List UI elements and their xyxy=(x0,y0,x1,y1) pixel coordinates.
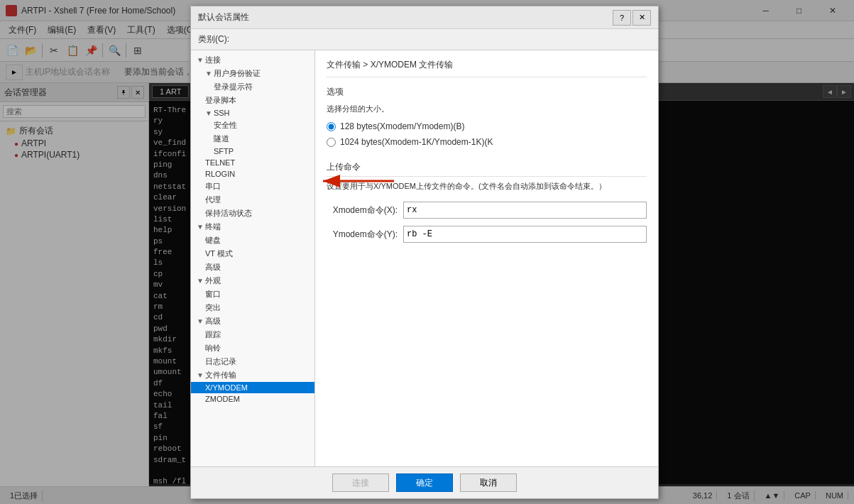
dialog-options-title: 选项 xyxy=(327,86,647,98)
dialog-title: 默认会话属性 xyxy=(198,11,613,23)
ymodem-field-row: Ymodem命令(Y): xyxy=(327,226,647,243)
expand-icon-advanced: ▼ xyxy=(197,317,204,325)
expand-icon-appearance: ▼ xyxy=(197,277,204,285)
expand-icon-terminal: ▼ xyxy=(197,223,204,231)
dialog-body: ▼ 连接 ▼ 用户身份验证 登录提示符 登录脚本 ▼ SSH 安全性 xyxy=(191,50,658,466)
radio-128-input[interactable] xyxy=(327,122,336,131)
dtree-item-tunnel[interactable]: 隧道 xyxy=(191,132,314,146)
expand-icon-filetransfer: ▼ xyxy=(197,371,204,379)
confirm-button[interactable]: 确定 xyxy=(396,473,453,492)
radio-128-label[interactable]: 128 bytes(Xmodem/Ymodem)(B) xyxy=(327,121,647,131)
dialog-default-session: 默认会话属性 ? ✕ 类别(C): ▼ 连接 ▼ 用户身份验证 登录提示符 xyxy=(190,6,659,499)
expand-icon-connection: ▼ xyxy=(197,56,204,64)
expand-icon-ssh: ▼ xyxy=(205,109,212,117)
connect-button[interactable]: 连接 xyxy=(332,473,389,492)
ymodem-label: Ymodem命令(Y): xyxy=(327,229,398,241)
dtree-item-trace[interactable]: 跟踪 xyxy=(191,328,314,341)
dialog-content-area: 文件传输 > X/YMODEM 文件传输 选项 选择分组的大小。 128 byt… xyxy=(315,50,658,466)
dialog-help-button[interactable]: ? xyxy=(613,10,631,26)
dtree-item-window[interactable]: 窗口 xyxy=(191,287,314,301)
radio-group-size: 128 bytes(Xmodem/Ymodem)(B) 1024 bytes(X… xyxy=(327,121,647,147)
dtree-item-auth[interactable]: ▼ 用户身份验证 xyxy=(191,67,314,80)
dtree-item-logging[interactable]: 日志记录 xyxy=(191,355,314,368)
dtree-item-advanced[interactable]: ▼ 高级 xyxy=(191,314,314,328)
dialog-breadcrumb: 文件传输 > X/YMODEM 文件传输 xyxy=(327,59,647,77)
dialog-title-buttons: ? ✕ xyxy=(613,10,651,26)
dtree-item-keyboard[interactable]: 键盘 xyxy=(191,234,314,247)
dtree-item-appearance[interactable]: ▼ 外观 xyxy=(191,274,314,287)
dialog-footer: 连接 确定 取消 xyxy=(191,466,658,498)
dtree-item-login-prompt[interactable]: 登录提示符 xyxy=(191,80,314,94)
expand-icon-auth: ▼ xyxy=(205,70,212,77)
xmodem-label: Xmodem命令(X): xyxy=(327,204,398,217)
dtree-item-connection[interactable]: ▼ 连接 xyxy=(191,53,314,67)
upload-desc: 设置要用于与X/YMODEM上传文件的命令。(文件名会自动添加到该命令结束。） xyxy=(327,181,647,192)
dtree-item-filetransfer[interactable]: ▼ 文件传输 xyxy=(191,368,314,382)
xmodem-field-row: Xmodem命令(X): xyxy=(327,202,647,219)
dialog-size-label: 选择分组的大小。 xyxy=(327,104,647,114)
dtree-item-keepalive[interactable]: 保持活动状态 xyxy=(191,207,314,220)
dtree-item-zmodem[interactable]: ZMODEM xyxy=(191,393,314,405)
dtree-item-proxy[interactable]: 代理 xyxy=(191,193,314,207)
radio-1024-label[interactable]: 1024 bytes(Xmodem-1K/Ymodem-1K)(K xyxy=(327,137,647,147)
radio-1024-text: 1024 bytes(Xmodem-1K/Ymodem-1K)(K xyxy=(340,137,493,147)
dtree-item-sftp[interactable]: SFTP xyxy=(191,146,314,157)
dialog-titlebar: 默认会话属性 ? ✕ xyxy=(191,6,658,29)
dtree-item-ssh[interactable]: ▼ SSH xyxy=(191,107,314,119)
dialog-close-button[interactable]: ✕ xyxy=(633,10,651,26)
dtree-item-advanced-terminal[interactable]: 高级 xyxy=(191,261,314,274)
xmodem-input[interactable] xyxy=(403,202,647,219)
dtree-item-security[interactable]: 安全性 xyxy=(191,119,314,132)
dtree-item-telnet[interactable]: TELNET xyxy=(191,157,314,168)
cancel-button[interactable]: 取消 xyxy=(460,473,517,492)
dialog-tree: ▼ 连接 ▼ 用户身份验证 登录提示符 登录脚本 ▼ SSH 安全性 xyxy=(191,50,315,466)
dtree-item-terminal[interactable]: ▼ 终端 xyxy=(191,220,314,234)
dtree-item-bell[interactable]: 响铃 xyxy=(191,341,314,355)
dialog-category-label: 类别(C): xyxy=(191,29,658,50)
dtree-item-serial[interactable]: 串口 xyxy=(191,180,314,193)
dtree-item-highlight[interactable]: 突出 xyxy=(191,301,314,314)
radio-1024-input[interactable] xyxy=(327,138,336,147)
dtree-item-vt-mode[interactable]: VT 模式 xyxy=(191,247,314,261)
ymodem-input[interactable] xyxy=(403,226,647,243)
radio-128-text: 128 bytes(Xmodem/Ymodem)(B) xyxy=(340,121,464,131)
dtree-item-xymodem[interactable]: X/YMODEM xyxy=(191,382,314,393)
upload-section-title: 上传命令 xyxy=(327,161,647,177)
dtree-item-rlogin[interactable]: RLOGIN xyxy=(191,168,314,180)
dtree-item-login-script[interactable]: 登录脚本 xyxy=(191,94,314,107)
